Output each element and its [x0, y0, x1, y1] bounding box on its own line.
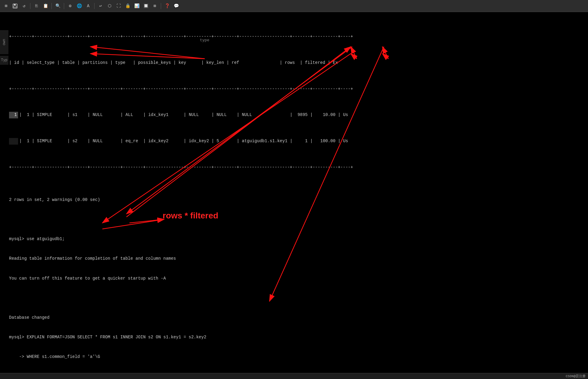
settings-icon[interactable]: ⚙ [67, 2, 74, 10]
sep2 [51, 3, 52, 9]
chart-icon[interactable]: 📊 [133, 2, 140, 10]
terminal: +--------+-------------+-------+--------… [0, 12, 588, 373]
line-num-2 [9, 138, 18, 145]
hex-icon[interactable]: ⬡ [106, 2, 113, 10]
terminal-line-dbchanged: Database changed [9, 315, 588, 321]
lock-icon[interactable]: 🔒 [124, 2, 131, 10]
svg-rect-2 [14, 6, 17, 8]
sep4 [94, 3, 95, 9]
status-text: CSDN@昙注册 [566, 374, 586, 378]
paste-icon[interactable]: 📋 [42, 2, 49, 10]
sep3 [64, 3, 64, 9]
chat-icon[interactable]: 💬 [173, 2, 180, 10]
rows-filtered-annotation: rows * filtered [163, 211, 218, 221]
table-row-2: | 1 | SIMPLE | s2 | NULL | eq_re | idx_k… [9, 138, 588, 145]
table-sep-mid: +--------+-------------+-------+--------… [9, 86, 588, 92]
search-icon[interactable]: 🔍 [54, 2, 61, 10]
undo-icon[interactable]: ↺ [20, 2, 28, 10]
typ-label: Typ [1, 58, 8, 62]
terminal-line-explain: mysql> EXPLAIN FORMAT=JSON SELECT * FROM… [9, 334, 588, 341]
terminal-line-where: -> WHERE s1.common_field = 'a'\G [9, 354, 588, 360]
own-label: own [2, 39, 6, 45]
svg-rect-1 [14, 4, 16, 5]
table-header: | id | select_type | table | partitions … [9, 60, 588, 66]
fullscreen-icon[interactable]: ⛶ [115, 2, 122, 10]
terminal-line-use: mysql> use atguigudb1; [9, 236, 588, 243]
terminal-line-turnoff: You can turn off this feature to get a q… [9, 275, 588, 282]
world-icon[interactable]: 🌐 [76, 2, 83, 10]
toolbar: ⊞ ↺ ⎘ 📋 🔍 ⚙ 🌐 A ↩ ⬡ ⛶ 🔒 📊 🔲 ⊞ ❓ 💬 [0, 0, 588, 12]
redo-icon[interactable]: ↩ [97, 2, 104, 10]
type-col-annotation: type [200, 38, 209, 42]
grid-icon[interactable]: 🔲 [142, 2, 149, 10]
table-row-1: 1| 1 | SIMPLE | s1 | NULL | ALL | idx_ke… [9, 112, 588, 118]
terminal-line-blank1 [9, 216, 588, 223]
sep5 [161, 3, 161, 9]
save-icon[interactable] [11, 2, 19, 10]
windows-icon[interactable]: ⊞ [151, 2, 158, 10]
terminal-line-summary: 2 rows in set, 2 warnings (0.00 sec) [9, 197, 588, 203]
terminal-line-reading: Reading table information for completion… [9, 255, 588, 262]
new-file-icon[interactable]: ⊞ [2, 2, 10, 10]
copy-icon[interactable]: ⎘ [33, 2, 40, 10]
line-num-1: 1 [9, 112, 18, 118]
help-icon[interactable]: ❓ [163, 2, 171, 10]
table-sep-top: +--------+-------------+-------+--------… [9, 33, 588, 40]
status-bar: CSDN@昙注册 [0, 373, 588, 379]
table-sep-bot: +--------+-------------+-------+--------… [9, 164, 588, 171]
font-icon[interactable]: A [85, 2, 92, 10]
main-content: own Typ +--------+-------------+-------+… [0, 12, 588, 373]
sep1 [30, 3, 30, 9]
terminal-line-blank2 [9, 295, 588, 302]
